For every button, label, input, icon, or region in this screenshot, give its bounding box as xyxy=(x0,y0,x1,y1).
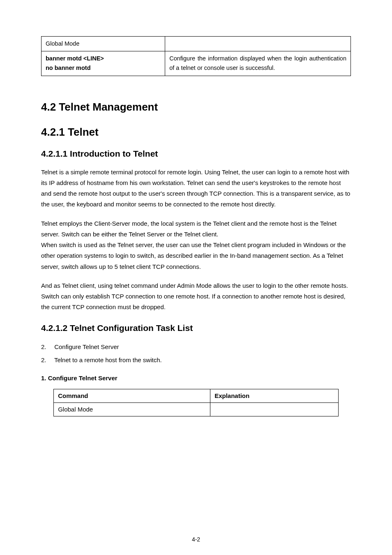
table-row: Global Mode xyxy=(42,37,351,51)
header-command: Command xyxy=(54,389,210,402)
table-row: Global Mode xyxy=(54,402,339,416)
cell-left: Global Mode xyxy=(54,402,210,416)
heading-telnet-management: 4.2 Telnet Management xyxy=(41,101,351,113)
cell-right: Configure the information displayed when… xyxy=(165,51,351,76)
list-text: Configure Telnet Server xyxy=(54,343,119,350)
page-container: Global Mode banner motd <LINE> no banner… xyxy=(0,0,392,555)
table-row: banner motd <LINE> no banner motd Config… xyxy=(42,51,351,76)
list-number: 2. xyxy=(41,341,53,353)
paragraph: Telnet is a simple remote terminal proto… xyxy=(41,167,351,210)
cell-left: banner motd <LINE> no banner motd xyxy=(42,51,165,76)
command-table-telnet-server: Command Explanation Global Mode xyxy=(53,389,339,416)
cmd-line: banner motd <LINE> xyxy=(46,54,161,63)
cell-left: Global Mode xyxy=(42,37,165,51)
header-explanation: Explanation xyxy=(210,389,339,402)
cmd-line: no banner motd xyxy=(46,63,161,73)
cell-right xyxy=(210,402,339,416)
paragraph: Telnet employs the Client-Server mode, t… xyxy=(41,218,351,272)
list-text: Telnet to a remote host from the switch. xyxy=(54,356,162,363)
heading-config-task-list: 4.2.1.2 Telnet Configuration Task List xyxy=(41,323,351,333)
command-table-banner: Global Mode banner motd <LINE> no banner… xyxy=(41,36,351,76)
list-number: 2. xyxy=(41,354,53,366)
page-number: 4-2 xyxy=(0,536,392,543)
table-header-row: Command Explanation xyxy=(54,389,339,402)
heading-intro-telnet: 4.2.1.1 Introduction to Telnet xyxy=(41,149,351,159)
list-item: 2. Configure Telnet Server xyxy=(41,341,351,353)
heading-telnet: 4.2.1 Telnet xyxy=(41,126,351,139)
cell-right xyxy=(165,37,351,51)
paragraph: And as Telnet client, using telnet comma… xyxy=(41,280,351,313)
subheading-configure-server: 1. Configure Telnet Server xyxy=(41,375,351,382)
list-item: 2. Telnet to a remote host from the swit… xyxy=(41,354,351,366)
task-list: 2. Configure Telnet Server 2. Telnet to … xyxy=(41,341,351,366)
